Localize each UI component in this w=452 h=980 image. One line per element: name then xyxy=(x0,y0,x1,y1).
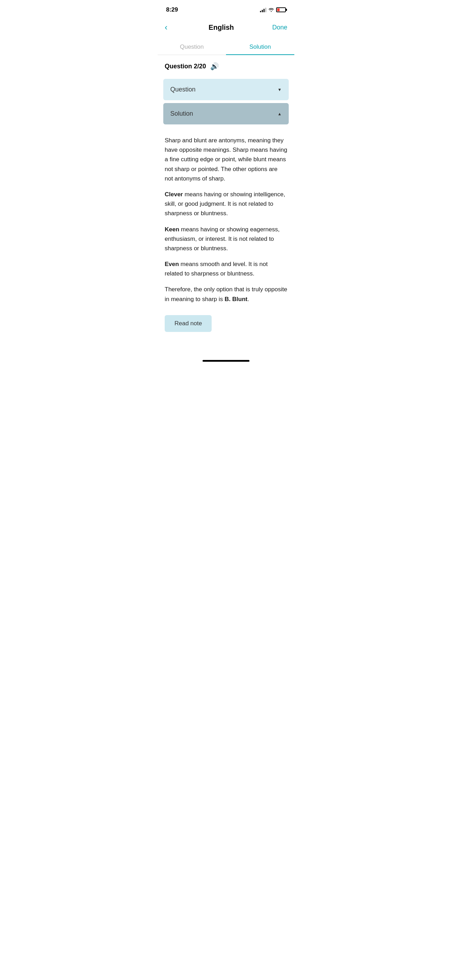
clever-definition: means having or showing intelligence, sk… xyxy=(165,191,285,216)
home-indicator xyxy=(158,354,294,364)
even-term: Even xyxy=(165,261,179,267)
question-accordion-header[interactable]: Question ▼ xyxy=(163,79,289,100)
keen-term: Keen xyxy=(165,226,180,233)
question-number: Question 2/20 xyxy=(165,63,206,70)
done-button[interactable]: Done xyxy=(272,24,287,31)
conclusion-end: . xyxy=(247,296,249,302)
even-definition: means smooth and level. It is not relate… xyxy=(165,261,268,277)
clever-term: Clever xyxy=(165,191,183,198)
solution-paragraph-2: Clever means having or showing intellige… xyxy=(165,189,287,218)
tabs-container: Question Solution xyxy=(158,39,294,55)
battery-icon xyxy=(276,7,286,12)
nav-header: ‹ English Done xyxy=(158,18,294,39)
read-note-button[interactable]: Read note xyxy=(165,315,212,332)
tab-solution[interactable]: Solution xyxy=(226,39,294,55)
question-accordion[interactable]: Question ▼ xyxy=(163,79,289,100)
sound-button[interactable]: 🔊 xyxy=(210,62,219,70)
solution-content: Sharp and blunt are antonyms, meaning th… xyxy=(158,127,294,310)
solution-paragraph-4: Even means smooth and level. It is not r… xyxy=(165,259,287,278)
signal-icon xyxy=(260,7,266,12)
wifi-icon xyxy=(268,8,274,12)
status-icons xyxy=(260,7,286,12)
solution-paragraph-1: Sharp and blunt are antonyms, meaning th… xyxy=(165,136,287,183)
status-bar: 8:29 xyxy=(158,0,294,18)
solution-paragraph-5: Therefore, the only option that is truly… xyxy=(165,285,287,304)
keen-definition: means having or showing eagerness, enthu… xyxy=(165,226,280,252)
question-accordion-label: Question xyxy=(170,86,196,93)
page-title: English xyxy=(208,24,234,32)
tab-question[interactable]: Question xyxy=(158,39,226,55)
solution-chevron-up-icon: ▲ xyxy=(277,111,282,116)
home-bar xyxy=(202,360,250,362)
question-chevron-down-icon: ▼ xyxy=(277,87,282,92)
answer-bold: B. Blunt xyxy=(224,296,247,302)
solution-accordion[interactable]: Solution ▲ xyxy=(163,103,289,124)
solution-accordion-label: Solution xyxy=(170,110,193,118)
question-counter: Question 2/20 🔊 xyxy=(158,55,294,76)
back-button[interactable]: ‹ xyxy=(165,21,170,33)
solution-paragraph-3: Keen means having or showing eagerness, … xyxy=(165,225,287,253)
solution-accordion-header[interactable]: Solution ▲ xyxy=(163,103,289,124)
status-time: 8:29 xyxy=(166,6,178,13)
